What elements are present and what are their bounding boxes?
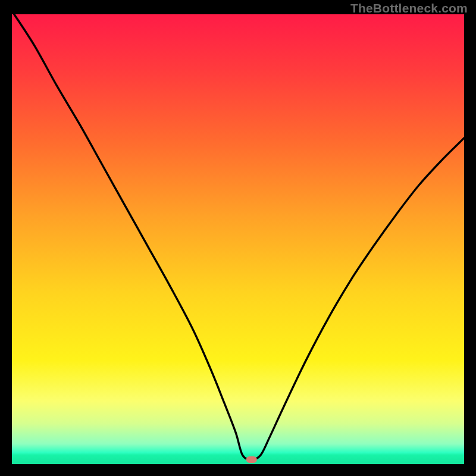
chart-svg [12, 14, 464, 464]
watermark-text: TheBottleneck.com [350, 1, 468, 15]
chart-stage: TheBottleneck.com [0, 0, 476, 476]
minimum-marker [246, 456, 257, 463]
bottleneck-curve [14, 14, 464, 459]
